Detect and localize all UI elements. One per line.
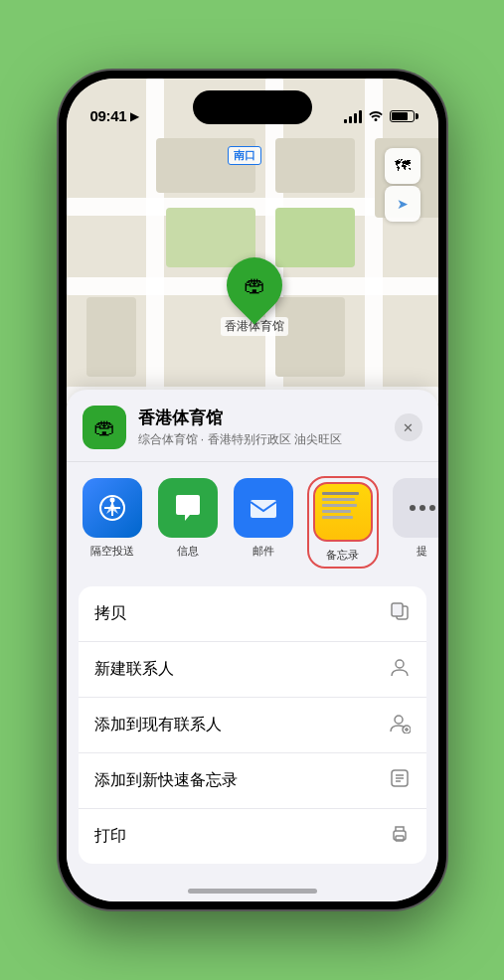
action-copy-label: 拷贝 xyxy=(94,603,126,624)
signal-bars xyxy=(344,109,362,123)
share-row: 隔空投送 信息 xyxy=(67,462,438,578)
action-print-label: 打印 xyxy=(94,826,126,847)
phone-screen: 09:41 ▶ xyxy=(67,79,438,901)
svg-rect-10 xyxy=(396,836,404,841)
phone-frame: 09:41 ▶ xyxy=(59,71,446,909)
location-subtitle: 综合体育馆 · 香港特别行政区 油尖旺区 xyxy=(138,431,395,448)
add-existing-icon xyxy=(389,712,411,738)
new-contact-icon xyxy=(389,656,411,683)
mail-icon xyxy=(234,478,293,538)
share-item-more[interactable]: 提 xyxy=(393,478,438,567)
stadium-marker: 🏟 香港体育馆 xyxy=(221,257,288,336)
map-location-button[interactable]: ➤ xyxy=(385,186,420,222)
location-name: 香港体育馆 xyxy=(138,407,395,429)
home-indicator xyxy=(188,889,317,894)
wifi-icon xyxy=(368,107,384,124)
svg-rect-4 xyxy=(392,603,403,616)
action-add-existing[interactable]: 添加到现有联系人 xyxy=(79,698,426,753)
action-new-contact[interactable]: 新建联系人 xyxy=(79,642,426,698)
location-text: 香港体育馆 综合体育馆 · 香港特别行政区 油尖旺区 xyxy=(138,407,395,448)
messages-label: 信息 xyxy=(177,544,199,559)
battery-fill xyxy=(392,112,409,120)
action-add-existing-label: 添加到现有联系人 xyxy=(94,715,222,735)
copy-icon xyxy=(389,600,411,627)
dynamic-island xyxy=(193,90,312,124)
signal-bar-3 xyxy=(354,113,357,123)
more-label: 提 xyxy=(417,544,427,559)
status-icons xyxy=(344,107,415,124)
print-icon xyxy=(389,823,411,850)
messages-icon xyxy=(158,478,218,538)
map-block-2 xyxy=(275,138,355,193)
action-list: 拷贝 新建联系人 xyxy=(79,586,426,864)
airdrop-label: 隔空投送 xyxy=(90,544,134,559)
location-card-icon: 🏟 xyxy=(83,406,126,449)
status-time: 09:41 xyxy=(90,107,127,124)
location-arrow-icon: ▶ xyxy=(130,109,139,123)
action-new-contact-label: 新建联系人 xyxy=(94,659,174,680)
bottom-spacer xyxy=(67,872,438,901)
share-item-notes[interactable]: 备忘录 xyxy=(309,478,377,567)
share-item-mail[interactable]: 邮件 xyxy=(234,478,293,567)
marker-pin-icon: 🏟 xyxy=(244,272,265,298)
more-icon xyxy=(393,478,438,538)
map-controls: 🗺 ➤ xyxy=(385,148,420,222)
notes-label: 备忘录 xyxy=(326,548,359,563)
quick-note-icon xyxy=(389,767,411,794)
map-block-4 xyxy=(86,297,136,377)
signal-bar-4 xyxy=(359,110,362,123)
action-print[interactable]: 打印 xyxy=(79,809,426,864)
svg-point-1 xyxy=(109,498,114,503)
battery-icon xyxy=(390,110,415,122)
map-layers-button[interactable]: 🗺 xyxy=(385,148,420,184)
action-copy[interactable]: 拷贝 xyxy=(79,586,426,642)
svg-rect-2 xyxy=(251,500,276,518)
bottom-sheet: 🏟 香港体育馆 综合体育馆 · 香港特别行政区 油尖旺区 ✕ xyxy=(67,390,438,901)
marker-pin: 🏟 xyxy=(215,245,293,324)
south-entrance-label: 南口 xyxy=(228,146,261,165)
share-item-messages[interactable]: 信息 xyxy=(158,478,218,567)
signal-bar-2 xyxy=(349,116,352,123)
share-item-airdrop[interactable]: 隔空投送 xyxy=(83,478,142,567)
action-quick-note-label: 添加到新快速备忘录 xyxy=(94,770,238,791)
location-info: 🏟 香港体育馆 综合体育馆 · 香港特别行政区 油尖旺区 ✕ xyxy=(67,406,438,462)
mail-label: 邮件 xyxy=(252,544,274,559)
svg-point-6 xyxy=(395,716,403,724)
signal-bar-1 xyxy=(344,119,347,123)
notes-icon xyxy=(313,482,373,542)
svg-point-5 xyxy=(396,660,404,668)
close-button[interactable]: ✕ xyxy=(395,413,422,441)
airdrop-icon xyxy=(83,478,142,538)
action-quick-note[interactable]: 添加到新快速备忘录 xyxy=(79,753,426,809)
